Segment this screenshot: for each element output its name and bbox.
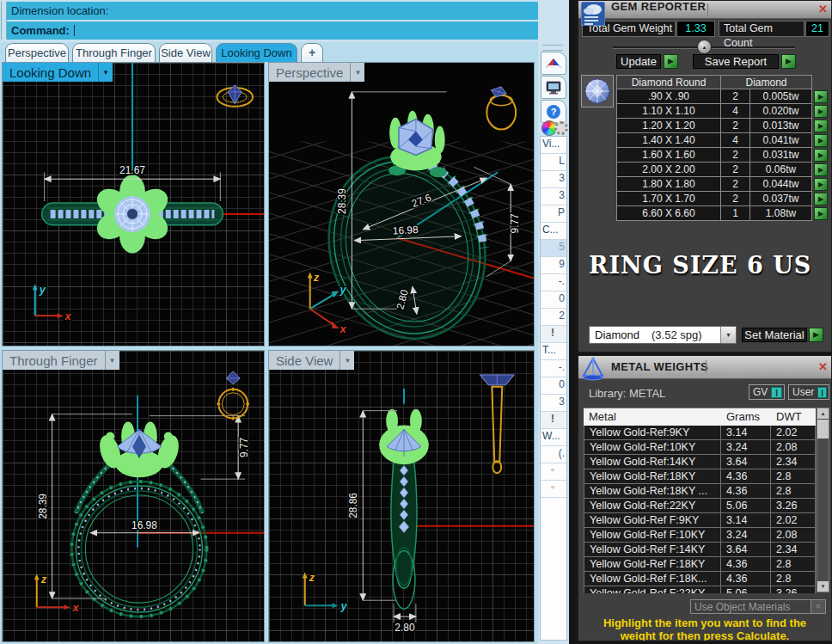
property-row[interactable]: -. [541,360,566,377]
perspective-canvas[interactable]: 28.39 9.77 27.6 16.98 [269,63,534,346]
close-icon[interactable]: ✕ [818,3,828,15]
gv-toggle-state[interactable]: I [771,387,782,398]
gem-table-row[interactable]: 2.00 X 2.00 2 0.06tw ▶ [616,163,831,177]
metal-table-row[interactable]: Yellow Gold-Ref F:14KY 3.64 2.34 [584,543,816,557]
panel-grip[interactable] [542,45,563,51]
metal-table-row[interactable]: Yellow Gold-Ref F:22KY 5.06 3.26 [584,586,816,593]
help-tab[interactable]: ? [541,100,566,123]
metal-table-row[interactable]: Yellow Gold-Ref F:9KY 3.14 2.02 [584,513,816,528]
property-row[interactable]: C... [541,223,566,240]
use-object-materials-toggle[interactable]: Use Object Materials ○ [690,599,826,614]
gear-icon[interactable] [554,121,568,135]
property-row[interactable]: ▫ [541,481,566,498]
gem-table-row[interactable]: 1.60 X 1.60 2 0.031tw ▶ [616,148,831,163]
gem-row-go-button[interactable]: ▶ [814,163,828,176]
chevron-down-icon[interactable]: ▼ [340,351,354,370]
chevron-down-icon[interactable]: ▼ [98,63,113,82]
metal-table-row[interactable]: Yellow Gold-Ref F:18K... 4.36 2.8 [584,572,816,586]
user-toggle[interactable]: UserI [788,384,829,400]
command-input[interactable]: Command: [7,21,552,40]
add-tab-button[interactable]: + [301,43,323,62]
metal-table-row[interactable]: Yellow Gold-Ref:14KY 3.64 2.34 [584,455,816,469]
dropdown-arrow-icon[interactable]: ▼ [720,327,736,343]
gem-table-row[interactable]: .90 X .90 2 0.005tw ▶ [616,89,831,104]
property-row[interactable]: 3 [541,171,566,188]
property-row[interactable]: (. [541,446,566,463]
gem-row-go-button[interactable]: ▶ [814,120,828,132]
metal-weights-header[interactable]: METAL WEIGHTS ✕ [578,356,831,379]
tab-through-finger[interactable]: Through Finger [72,43,156,62]
gem-reporter-header[interactable]: GEM REPORTER ✕ [578,1,831,19]
viewport-label-side-view[interactable]: Side View▼ [269,351,354,370]
metal-table-row[interactable]: Yellow Gold-Ref F:18KY 4.36 2.8 [584,557,816,572]
property-row[interactable]: T... [541,343,566,360]
property-row[interactable]: 9 [541,257,566,274]
update-go-button[interactable]: ▶ [664,54,678,69]
set-material-go-button[interactable]: ▶ [809,328,823,342]
metal-table-row[interactable]: Yellow Gold-Ref:18KY ... 4.36 2.8 [584,484,816,499]
property-row[interactable]: -. [541,274,566,291]
gem-table-row[interactable]: 1.20 X 1.20 2 0.013tw ▶ [616,119,831,133]
display-mode-tab[interactable] [541,52,566,75]
gem-row-go-button[interactable]: ▶ [814,193,828,205]
gem-thumbnail[interactable] [581,75,614,107]
metal-table-row[interactable]: Yellow Gold-Ref:18KY 4.36 2.8 [584,469,816,484]
property-row[interactable]: Vi... [541,137,566,154]
gem-row-go-button[interactable]: ▶ [814,149,828,162]
viewport-label-through-finger[interactable]: Through Finger▼ [3,351,119,370]
scroll-down-icon[interactable]: ▼ [817,581,829,592]
chevron-down-icon[interactable]: ▼ [350,63,364,82]
viewport-label-looking-down[interactable]: Looking Down▼ [3,63,113,82]
material-dropdown[interactable]: Diamond (3.52 spg) ▼ [589,326,737,344]
metal-table-row[interactable]: Yellow Gold-Ref:22KY 5.06 3.26 [584,499,816,513]
viewport-looking-down[interactable]: Looking Down▼ [2,62,265,347]
side-view-canvas[interactable]: 28.86 2.80 z y [269,351,534,641]
viewport-settings-tab[interactable] [541,76,566,99]
command-area-grip[interactable] [1,2,7,40]
gem-table-row[interactable]: 1.70 X 1.70 2 0.037tw ▶ [616,192,831,206]
property-row[interactable]: P [541,205,566,223]
gem-row-go-button[interactable]: ▶ [814,134,828,147]
close-icon[interactable]: ✕ [818,360,828,373]
metal-table-row[interactable]: Yellow Gold-Ref:9KY 3.14 2.02 [584,426,816,440]
viewport-side-view[interactable]: Side View▼ [268,350,535,642]
gem-row-go-button[interactable]: ▶ [814,105,828,118]
property-row[interactable]: W... [541,429,566,446]
scrollbar-thumb[interactable] [817,420,829,439]
looking-down-canvas[interactable]: 21.67 y x [3,63,264,346]
metal-table-row[interactable]: Yellow Gold-Ref:10KY 3.24 2.08 [584,440,816,455]
property-row[interactable]: 3 [541,188,566,205]
gem-row-go-button[interactable]: ▶ [814,178,828,191]
metal-table-scrollbar[interactable]: ▲ ▼ [817,408,829,592]
gem-table-row[interactable]: 6.60 X 6.60 1 1.08tw ▶ [616,206,831,221]
property-row[interactable]: 3 [541,395,566,412]
tab-side-view[interactable]: Side View [159,43,212,62]
through-finger-canvas[interactable]: 28.39 9.77 16.98 z [3,351,264,641]
property-row[interactable]: 0 [541,291,566,309]
scroll-up-icon[interactable]: ▲ [817,408,829,419]
property-row[interactable]: ! [541,412,566,429]
property-row[interactable]: 0 [541,377,566,395]
tab-perspective[interactable]: Perspective [5,43,69,62]
property-row[interactable]: ▫ [541,463,566,481]
property-row[interactable]: ! [541,326,566,343]
gem-table-row[interactable]: 1.80 X 1.80 2 0.044tw ▶ [616,177,831,192]
viewport-through-finger[interactable]: Through Finger▼ [2,350,265,642]
tab-looking-down[interactable]: Looking Down [216,43,297,62]
gem-row-go-button[interactable]: ▶ [814,90,828,103]
radio-icon[interactable]: ○ [811,600,825,613]
gem-row-go-button[interactable]: ▶ [814,207,828,220]
property-row[interactable]: 5 [541,240,566,257]
chevron-down-icon[interactable]: ▼ [105,351,119,370]
property-row[interactable]: 2 [541,309,566,326]
save-report-button[interactable]: Save Report [693,54,779,69]
panel-slider-thumb[interactable]: ▲ [697,40,712,54]
viewport-label-perspective[interactable]: Perspective▼ [269,63,364,82]
user-toggle-state[interactable]: I [817,387,827,398]
gv-toggle[interactable]: GVI [749,384,785,400]
gem-table-row[interactable]: 1.10 X 1.10 4 0.020tw ▶ [616,104,831,119]
update-button[interactable]: Update [616,54,661,69]
property-row[interactable]: L [541,154,566,171]
set-material-button[interactable]: Set Material [742,328,807,342]
viewport-perspective[interactable]: Perspective▼ [268,62,535,347]
